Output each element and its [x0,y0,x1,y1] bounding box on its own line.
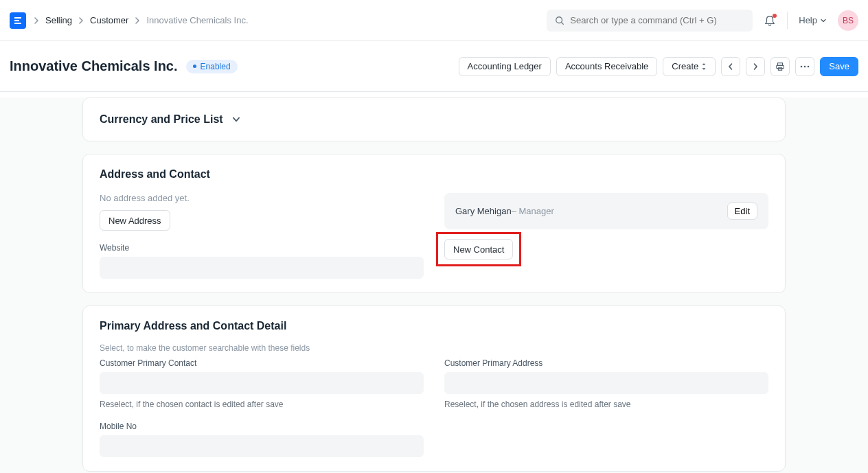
currency-section: Currency and Price List [82,97,786,141]
nav-right: Help BS [547,10,858,32]
search-box[interactable] [547,10,753,32]
app-logo[interactable] [10,12,26,29]
currency-section-title: Currency and Price List [100,113,223,126]
breadcrumb: Selling Customer Innovative Chemicals In… [33,15,249,25]
new-address-button[interactable]: New Address [100,210,170,231]
svg-point-10 [808,65,810,67]
primary-contact-column: Customer Primary Contact Reselect, if th… [100,358,424,457]
mobile-input[interactable] [100,435,424,457]
primary-section-desc: Select, to make the customer searchable … [100,343,768,353]
chevron-right-icon [134,17,141,24]
primary-section-title: Primary Address and Contact Detail [100,320,768,332]
currency-section-toggle[interactable]: Currency and Price List [100,113,768,126]
svg-line-4 [562,22,564,24]
search-input[interactable] [570,15,744,25]
svg-point-8 [801,65,803,67]
address-contact-title: Address and Contact [100,168,768,181]
contact-column: Gary Mehigan– Manager Edit New Contact [444,193,768,279]
next-button[interactable] [746,57,765,76]
website-input[interactable] [100,257,424,279]
more-button[interactable] [795,57,814,76]
primary-address-column: Customer Primary Address Reselect, if th… [444,358,768,457]
contact-name: Gary Mehigan [455,206,512,216]
svg-rect-5 [778,62,783,65]
new-contact-button[interactable]: New Contact [444,239,513,259]
svg-rect-1 [14,20,19,21]
contact-card: Gary Mehigan– Manager Edit [444,193,768,229]
chevron-down-icon [820,17,827,24]
separator [787,12,788,29]
status-badge[interactable]: Enabled [186,60,238,73]
create-label: Create [672,61,698,71]
more-icon [800,65,810,68]
breadcrumb-selling[interactable]: Selling [45,15,72,25]
content-area: Currency and Price List Address and Cont… [0,97,868,473]
navbar: Selling Customer Innovative Chemicals In… [0,0,868,41]
nav-left: Selling Customer Innovative Chemicals In… [10,12,249,29]
website-label: Website [100,243,424,253]
primary-contact-input[interactable] [100,372,424,394]
chevron-right-icon [752,62,759,71]
primary-section: Primary Address and Contact Detail Selec… [82,305,786,472]
save-button[interactable]: Save [820,57,858,76]
contact-info: Gary Mehigan– Manager [455,206,554,216]
chevron-right-icon [33,17,40,24]
prev-button[interactable] [721,57,740,76]
primary-contact-helper: Reselect, if the chosen contact is edite… [100,400,424,409]
page-header-right: Accounting Ledger Accounts Receivable Cr… [459,57,859,76]
help-menu[interactable]: Help [799,15,827,25]
help-label: Help [799,15,817,25]
primary-columns: Customer Primary Contact Reselect, if th… [100,358,768,457]
breadcrumb-current: Innovative Chemicals Inc. [146,15,248,25]
create-button[interactable]: Create [663,57,716,76]
svg-rect-2 [14,23,21,24]
accounting-ledger-button[interactable]: Accounting Ledger [459,57,551,76]
sort-icon [701,63,707,70]
status-dot-icon [193,65,196,68]
address-contact-section: Address and Contact No address added yet… [82,154,786,293]
page-header: Innovative Chemicals Inc. Enabled Accoun… [0,41,868,92]
accounts-receivable-button[interactable]: Accounts Receivable [556,57,657,76]
notification-dot-icon [773,14,777,18]
page-header-left: Innovative Chemicals Inc. Enabled [10,58,238,74]
search-icon [555,16,564,25]
page-title: Innovative Chemicals Inc. [10,58,178,74]
printer-icon [775,62,785,71]
print-button[interactable] [770,57,790,76]
address-contact-columns: No address added yet. New Address Websit… [100,193,768,279]
chevron-left-icon [727,62,734,71]
primary-address-helper: Reselect, if the chosen address is edite… [444,400,768,409]
chevron-down-icon [231,115,241,124]
primary-address-label: Customer Primary Address [444,358,768,368]
address-column: No address added yet. New Address Websit… [100,193,424,279]
notifications-button[interactable] [764,14,776,27]
chevron-right-icon [78,17,84,24]
status-label: Enabled [201,62,231,71]
new-contact-highlight: New Contact [444,239,513,259]
breadcrumb-customer[interactable]: Customer [90,15,128,25]
svg-rect-0 [14,17,21,19]
mobile-field-group: Mobile No [100,422,424,457]
contact-role: – Manager [512,206,554,216]
user-avatar[interactable]: BS [838,10,858,31]
mobile-label: Mobile No [100,422,424,431]
no-address-text: No address added yet. [100,193,424,203]
edit-contact-button[interactable]: Edit [727,203,757,220]
website-field-group: Website [100,243,424,279]
primary-address-input[interactable] [444,372,768,394]
svg-point-9 [804,65,806,67]
primary-contact-label: Customer Primary Contact [100,358,424,368]
